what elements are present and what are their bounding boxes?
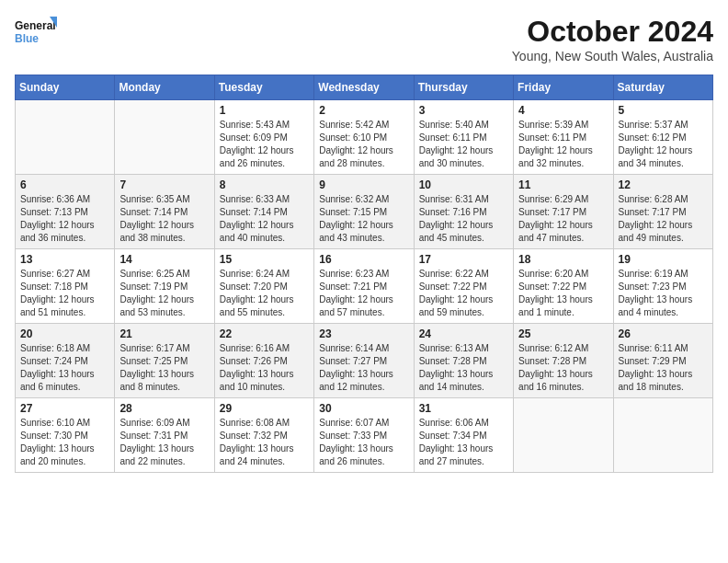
- calendar-cell: 24 Sunrise: 6:13 AMSunset: 7:28 PMDaylig…: [414, 324, 513, 398]
- day-number: 16: [319, 253, 408, 266]
- day-info: Sunrise: 6:17 AMSunset: 7:25 PMDaylight:…: [119, 342, 209, 394]
- day-number: 4: [518, 104, 608, 117]
- day-info: Sunrise: 5:43 AMSunset: 6:09 PMDaylight:…: [220, 119, 309, 170]
- day-number: 9: [319, 178, 408, 191]
- day-number: 29: [220, 402, 309, 415]
- calendar-cell: 15 Sunrise: 6:24 AMSunset: 7:20 PMDaylig…: [214, 249, 313, 324]
- day-number: 26: [619, 327, 708, 340]
- day-number: 24: [419, 327, 508, 340]
- day-number: 13: [20, 253, 109, 266]
- day-number: 31: [419, 402, 508, 415]
- day-info: Sunrise: 6:31 AMSunset: 7:16 PMDaylight:…: [419, 193, 508, 245]
- location: Young, New South Wales, Australia: [512, 49, 713, 63]
- day-number: 12: [619, 178, 708, 191]
- day-number: 14: [119, 253, 209, 266]
- day-info: Sunrise: 5:40 AMSunset: 6:11 PMDaylight:…: [419, 119, 508, 170]
- col-header-saturday: Saturday: [613, 75, 712, 100]
- calendar-cell: 22 Sunrise: 6:16 AMSunset: 7:26 PMDaylig…: [214, 324, 313, 398]
- day-number: 30: [319, 402, 408, 415]
- calendar-cell: [16, 100, 115, 175]
- day-info: Sunrise: 6:11 AMSunset: 7:29 PMDaylight:…: [619, 342, 708, 394]
- day-number: 2: [319, 104, 408, 117]
- day-info: Sunrise: 6:28 AMSunset: 7:17 PMDaylight:…: [619, 193, 708, 245]
- calendar-cell: 8 Sunrise: 6:33 AMSunset: 7:14 PMDayligh…: [214, 175, 313, 249]
- day-info: Sunrise: 6:14 AMSunset: 7:27 PMDaylight:…: [319, 342, 408, 394]
- day-info: Sunrise: 6:24 AMSunset: 7:20 PMDaylight:…: [220, 268, 309, 319]
- day-number: 15: [220, 253, 309, 266]
- day-number: 17: [419, 253, 508, 266]
- page-header: General Blue October 2024 Young, New Sou…: [15, 15, 713, 63]
- day-info: Sunrise: 6:10 AMSunset: 7:30 PMDaylight:…: [20, 417, 109, 468]
- col-header-thursday: Thursday: [414, 75, 513, 100]
- calendar-cell: 20 Sunrise: 6:18 AMSunset: 7:24 PMDaylig…: [16, 324, 115, 398]
- title-section: October 2024 Young, New South Wales, Aus…: [512, 15, 713, 63]
- day-info: Sunrise: 6:18 AMSunset: 7:24 PMDaylight:…: [20, 342, 109, 394]
- week-row-4: 20 Sunrise: 6:18 AMSunset: 7:24 PMDaylig…: [16, 324, 713, 398]
- calendar-cell: 9 Sunrise: 6:32 AMSunset: 7:15 PMDayligh…: [314, 175, 414, 249]
- calendar-cell: [514, 398, 613, 473]
- calendar-cell: 13 Sunrise: 6:27 AMSunset: 7:18 PMDaylig…: [16, 249, 115, 324]
- day-number: 18: [518, 253, 608, 266]
- calendar-cell: 16 Sunrise: 6:23 AMSunset: 7:21 PMDaylig…: [314, 249, 414, 324]
- calendar-cell: 17 Sunrise: 6:22 AMSunset: 7:22 PMDaylig…: [414, 249, 513, 324]
- day-info: Sunrise: 6:12 AMSunset: 7:28 PMDaylight:…: [518, 342, 608, 394]
- day-number: 20: [20, 327, 109, 340]
- day-info: Sunrise: 6:29 AMSunset: 7:17 PMDaylight:…: [518, 193, 608, 245]
- day-info: Sunrise: 6:27 AMSunset: 7:18 PMDaylight:…: [20, 268, 109, 319]
- calendar-cell: 12 Sunrise: 6:28 AMSunset: 7:17 PMDaylig…: [613, 175, 712, 249]
- calendar-cell: 28 Sunrise: 6:09 AMSunset: 7:31 PMDaylig…: [115, 398, 214, 473]
- day-number: 6: [20, 178, 109, 191]
- day-info: Sunrise: 6:36 AMSunset: 7:13 PMDaylight:…: [20, 193, 109, 245]
- day-number: 1: [220, 104, 309, 117]
- day-info: Sunrise: 6:23 AMSunset: 7:21 PMDaylight:…: [319, 268, 408, 319]
- svg-text:General: General: [15, 19, 56, 32]
- calendar-cell: 6 Sunrise: 6:36 AMSunset: 7:13 PMDayligh…: [16, 175, 115, 249]
- day-info: Sunrise: 6:35 AMSunset: 7:14 PMDaylight:…: [119, 193, 209, 245]
- calendar-table: SundayMondayTuesdayWednesdayThursdayFrid…: [15, 75, 713, 473]
- week-row-3: 13 Sunrise: 6:27 AMSunset: 7:18 PMDaylig…: [16, 249, 713, 324]
- week-row-2: 6 Sunrise: 6:36 AMSunset: 7:13 PMDayligh…: [16, 175, 713, 249]
- day-number: 22: [220, 327, 309, 340]
- day-info: Sunrise: 6:06 AMSunset: 7:34 PMDaylight:…: [419, 417, 508, 468]
- svg-text:Blue: Blue: [15, 32, 39, 45]
- col-header-friday: Friday: [514, 75, 613, 100]
- day-info: Sunrise: 6:25 AMSunset: 7:19 PMDaylight:…: [119, 268, 209, 319]
- day-number: 28: [119, 402, 209, 415]
- day-info: Sunrise: 6:19 AMSunset: 7:23 PMDaylight:…: [619, 268, 708, 319]
- col-header-wednesday: Wednesday: [314, 75, 414, 100]
- calendar-cell: 11 Sunrise: 6:29 AMSunset: 7:17 PMDaylig…: [514, 175, 613, 249]
- calendar-cell: [613, 398, 712, 473]
- calendar-cell: 10 Sunrise: 6:31 AMSunset: 7:16 PMDaylig…: [414, 175, 513, 249]
- day-number: 19: [619, 253, 708, 266]
- week-row-5: 27 Sunrise: 6:10 AMSunset: 7:30 PMDaylig…: [16, 398, 713, 473]
- logo: General Blue: [15, 15, 61, 55]
- calendar-cell: 23 Sunrise: 6:14 AMSunset: 7:27 PMDaylig…: [314, 324, 414, 398]
- week-row-1: 1 Sunrise: 5:43 AMSunset: 6:09 PMDayligh…: [16, 100, 713, 175]
- day-number: 25: [518, 327, 608, 340]
- day-number: 23: [319, 327, 408, 340]
- calendar-cell: 3 Sunrise: 5:40 AMSunset: 6:11 PMDayligh…: [414, 100, 513, 175]
- calendar-cell: 31 Sunrise: 6:06 AMSunset: 7:34 PMDaylig…: [414, 398, 513, 473]
- calendar-cell: 2 Sunrise: 5:42 AMSunset: 6:10 PMDayligh…: [314, 100, 414, 175]
- day-number: 3: [419, 104, 508, 117]
- day-info: Sunrise: 5:39 AMSunset: 6:11 PMDaylight:…: [518, 119, 608, 170]
- day-number: 5: [619, 104, 708, 117]
- day-info: Sunrise: 6:32 AMSunset: 7:15 PMDaylight:…: [319, 193, 408, 245]
- calendar-cell: 18 Sunrise: 6:20 AMSunset: 7:22 PMDaylig…: [514, 249, 613, 324]
- day-info: Sunrise: 6:09 AMSunset: 7:31 PMDaylight:…: [119, 417, 209, 468]
- calendar-cell: 27 Sunrise: 6:10 AMSunset: 7:30 PMDaylig…: [16, 398, 115, 473]
- logo-svg: General Blue: [15, 15, 61, 55]
- day-info: Sunrise: 6:13 AMSunset: 7:28 PMDaylight:…: [419, 342, 508, 394]
- calendar-cell: 30 Sunrise: 6:07 AMSunset: 7:33 PMDaylig…: [314, 398, 414, 473]
- day-info: Sunrise: 6:33 AMSunset: 7:14 PMDaylight:…: [220, 193, 309, 245]
- col-header-monday: Monday: [115, 75, 214, 100]
- day-number: 11: [518, 178, 608, 191]
- calendar-cell: 29 Sunrise: 6:08 AMSunset: 7:32 PMDaylig…: [214, 398, 313, 473]
- calendar-cell: 5 Sunrise: 5:37 AMSunset: 6:12 PMDayligh…: [613, 100, 712, 175]
- day-info: Sunrise: 6:07 AMSunset: 7:33 PMDaylight:…: [319, 417, 408, 468]
- calendar-cell: [115, 100, 214, 175]
- month-title: October 2024: [512, 15, 713, 49]
- header-row: SundayMondayTuesdayWednesdayThursdayFrid…: [16, 75, 713, 100]
- day-info: Sunrise: 6:20 AMSunset: 7:22 PMDaylight:…: [518, 268, 608, 319]
- calendar-cell: 14 Sunrise: 6:25 AMSunset: 7:19 PMDaylig…: [115, 249, 214, 324]
